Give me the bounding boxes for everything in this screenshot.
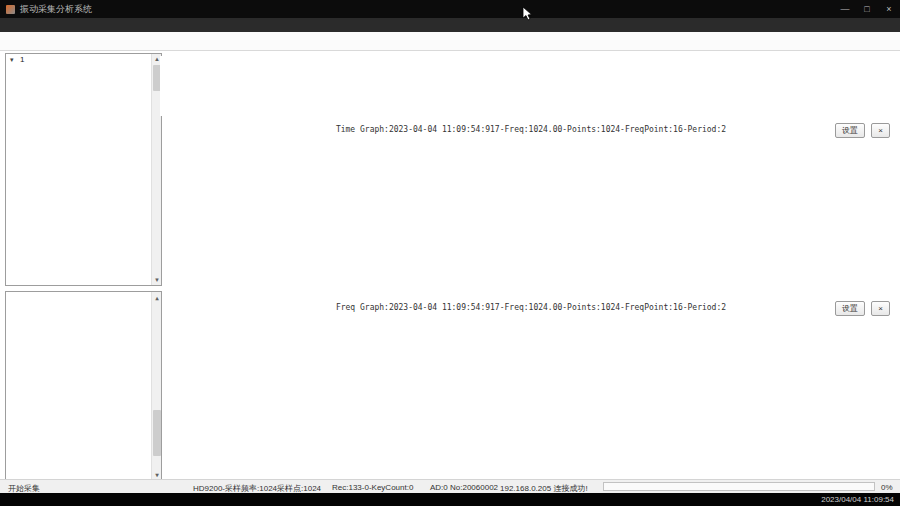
close-button[interactable]: × [878,0,900,18]
time-graph-settings-button[interactable]: 设置 [835,123,865,138]
titlebar: 振动采集分析系统 — □ × [0,0,900,18]
measurement-table-wrap [160,56,898,116]
log-panel: ▲ ▼ [5,291,162,480]
tree-root-label: 1 [20,55,24,64]
mouse-cursor-icon [522,7,534,21]
progress-percent: 0% [881,483,893,492]
window-controls: — □ × [834,0,900,18]
maximize-button[interactable]: □ [856,0,878,18]
time-graph-header: Time Graph:2023-04-04 11:09:54:917-Freq:… [164,122,898,138]
window-title: 振动采集分析系统 [20,3,92,16]
tree-root-node[interactable]: ▾1 [6,54,161,65]
progress-bar [603,482,875,491]
recording-tree-panel: ▾1 ▲ ▼ [5,53,162,286]
freq-graph-panel: Freq Graph:2023-04-04 11:09:54:917-Freq:… [164,300,898,470]
toolbar [0,32,900,51]
freq-graph-close-button[interactable]: × [871,301,890,316]
time-graph-panel: Time Graph:2023-04-04 11:09:54:917-Freq:… [164,122,898,290]
taskbar-clock[interactable]: 2023/04/04 11:09:54 [821,495,894,504]
log-scroll-thumb[interactable] [153,410,161,456]
freq-graph-title: Freq Graph:2023-04-04 11:09:54:917-Freq:… [164,303,898,312]
statusbar: 开始采集 HD9200-采样频率:1024采样点:1024 Rec:133-0-… [0,479,900,494]
log-scrollbar[interactable]: ▲ ▼ [151,292,161,479]
minimize-button[interactable]: — [834,0,856,18]
time-graph-plot[interactable] [164,138,896,288]
scroll-up-icon[interactable]: ▲ [152,292,162,302]
menubar [0,18,900,32]
status-ad-info: AD:0 No:20060002 [430,483,498,492]
app-window: 振动采集分析系统 — □ × ▾1 ▲ ▼ ▲ ▼ Time Graph [0,0,900,506]
tree-collapse-icon[interactable]: ▾ [10,54,20,65]
scroll-down-icon[interactable]: ▼ [152,275,162,285]
time-graph-close-button[interactable]: × [871,123,890,138]
freq-graph-plot[interactable] [164,316,896,468]
taskbar: 2023/04/04 11:09:54 [0,493,900,506]
freq-graph-settings-button[interactable]: 设置 [835,301,865,316]
scroll-down-icon[interactable]: ▼ [152,469,162,479]
app-icon [6,5,15,14]
freq-graph-header: Freq Graph:2023-04-04 11:09:54:917-Freq:… [164,300,898,316]
time-graph-title: Time Graph:2023-04-04 11:09:54:917-Freq:… [164,125,898,134]
status-rec-info: Rec:133-0-KeyCount:0 [332,483,413,492]
